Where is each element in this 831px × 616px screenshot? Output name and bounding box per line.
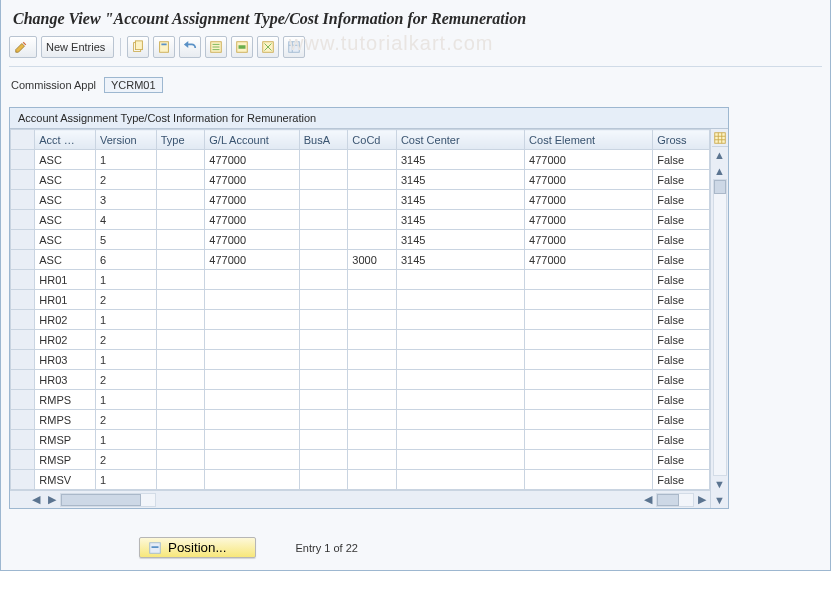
row-selector[interactable] xyxy=(11,210,35,230)
cell-cocd[interactable] xyxy=(348,150,397,170)
cell-ce[interactable] xyxy=(525,390,653,410)
cell-acct[interactable]: HR03 xyxy=(35,350,96,370)
cell-gross[interactable]: False xyxy=(653,230,710,250)
cell-version[interactable]: 2 xyxy=(96,410,157,430)
cell-ce[interactable]: 477000 xyxy=(525,210,653,230)
row-selector[interactable] xyxy=(11,410,35,430)
row-selector[interactable] xyxy=(11,290,35,310)
cell-cocd[interactable]: 3000 xyxy=(348,250,397,270)
table-settings-button[interactable] xyxy=(712,129,728,147)
scroll-down-icon[interactable]: ▼ xyxy=(712,476,728,492)
corner-cell[interactable] xyxy=(11,130,35,150)
cell-gl[interactable] xyxy=(205,370,299,390)
cell-gross[interactable]: False xyxy=(653,270,710,290)
cell-version[interactable]: 3 xyxy=(96,190,157,210)
cell-acct[interactable]: RMSV xyxy=(35,470,96,490)
col-cost-center[interactable]: Cost Center xyxy=(396,130,524,150)
cell-version[interactable]: 1 xyxy=(96,470,157,490)
cell-busa[interactable] xyxy=(299,250,348,270)
col-gl-account[interactable]: G/L Account xyxy=(205,130,299,150)
cell-version[interactable]: 1 xyxy=(96,430,157,450)
cell-version[interactable]: 2 xyxy=(96,170,157,190)
cell-gross[interactable]: False xyxy=(653,310,710,330)
cell-ce[interactable]: 477000 xyxy=(525,230,653,250)
cell-acct[interactable]: HR01 xyxy=(35,270,96,290)
cell-gl[interactable] xyxy=(205,350,299,370)
cell-busa[interactable] xyxy=(299,270,348,290)
cell-gross[interactable]: False xyxy=(653,330,710,350)
select-block-button[interactable] xyxy=(231,36,253,58)
cell-cc[interactable] xyxy=(396,430,524,450)
cell-gross[interactable]: False xyxy=(653,150,710,170)
cell-acct[interactable]: HR02 xyxy=(35,310,96,330)
cell-cc[interactable]: 3145 xyxy=(396,170,524,190)
col-cost-element[interactable]: Cost Element xyxy=(525,130,653,150)
cell-acct[interactable]: HR03 xyxy=(35,370,96,390)
cell-acct[interactable]: RMPS xyxy=(35,390,96,410)
row-selector[interactable] xyxy=(11,430,35,450)
cell-gl[interactable] xyxy=(205,450,299,470)
cell-version[interactable]: 2 xyxy=(96,450,157,470)
cell-cc[interactable]: 3145 xyxy=(396,250,524,270)
cell-cc[interactable] xyxy=(396,470,524,490)
col-gross[interactable]: Gross xyxy=(653,130,710,150)
cell-cc[interactable]: 3145 xyxy=(396,190,524,210)
cell-cocd[interactable] xyxy=(348,190,397,210)
cell-version[interactable]: 2 xyxy=(96,370,157,390)
cell-cocd[interactable] xyxy=(348,470,397,490)
cell-ce[interactable] xyxy=(525,290,653,310)
cell-ce[interactable] xyxy=(525,310,653,330)
cell-gross[interactable]: False xyxy=(653,410,710,430)
cell-acct[interactable]: ASC xyxy=(35,150,96,170)
cell-gross[interactable]: False xyxy=(653,350,710,370)
row-selector[interactable] xyxy=(11,150,35,170)
row-selector[interactable] xyxy=(11,370,35,390)
table-row[interactable]: HR021False xyxy=(11,310,710,330)
cell-gross[interactable]: False xyxy=(653,390,710,410)
cell-cocd[interactable] xyxy=(348,410,397,430)
hscroll2-right-icon[interactable]: ▶ xyxy=(694,492,710,508)
cell-version[interactable]: 5 xyxy=(96,230,157,250)
cell-ce[interactable] xyxy=(525,450,653,470)
cell-version[interactable]: 2 xyxy=(96,330,157,350)
cell-type[interactable] xyxy=(156,230,205,250)
hscroll2-left-icon[interactable]: ◀ xyxy=(640,492,656,508)
col-version[interactable]: Version xyxy=(96,130,157,150)
undo-change-button[interactable] xyxy=(179,36,201,58)
scroll-up-icon[interactable]: ▲ xyxy=(712,147,728,163)
table-row[interactable]: ASC34770003145477000False xyxy=(11,190,710,210)
cell-gl[interactable] xyxy=(205,430,299,450)
row-selector[interactable] xyxy=(11,170,35,190)
cell-gl[interactable] xyxy=(205,290,299,310)
cell-busa[interactable] xyxy=(299,330,348,350)
cell-version[interactable]: 1 xyxy=(96,350,157,370)
delete-button[interactable] xyxy=(153,36,175,58)
cell-type[interactable] xyxy=(156,150,205,170)
cell-cc[interactable]: 3145 xyxy=(396,150,524,170)
cell-gross[interactable]: False xyxy=(653,210,710,230)
cell-cocd[interactable] xyxy=(348,450,397,470)
table-row[interactable]: ASC54770003145477000False xyxy=(11,230,710,250)
cell-cc[interactable] xyxy=(396,410,524,430)
cell-ce[interactable] xyxy=(525,330,653,350)
cell-cocd[interactable] xyxy=(348,350,397,370)
scroll-up2-icon[interactable]: ▲ xyxy=(712,163,728,179)
cell-gross[interactable]: False xyxy=(653,170,710,190)
select-all-button[interactable] xyxy=(205,36,227,58)
cell-busa[interactable] xyxy=(299,410,348,430)
cell-cc[interactable] xyxy=(396,370,524,390)
cell-gl[interactable]: 477000 xyxy=(205,150,299,170)
cell-acct[interactable]: ASC xyxy=(35,210,96,230)
cell-version[interactable]: 6 xyxy=(96,250,157,270)
cell-cc[interactable]: 3145 xyxy=(396,230,524,250)
cell-ce[interactable] xyxy=(525,470,653,490)
commission-appl-value[interactable]: YCRM01 xyxy=(104,77,163,93)
cell-cc[interactable] xyxy=(396,350,524,370)
cell-type[interactable] xyxy=(156,370,205,390)
cell-acct[interactable]: RMSP xyxy=(35,430,96,450)
cell-ce[interactable] xyxy=(525,370,653,390)
vertical-scrollbar[interactable]: ▲ ▲ ▼ ▼ xyxy=(710,129,728,508)
cell-gl[interactable]: 477000 xyxy=(205,190,299,210)
cell-gross[interactable]: False xyxy=(653,450,710,470)
cell-gl[interactable]: 477000 xyxy=(205,250,299,270)
